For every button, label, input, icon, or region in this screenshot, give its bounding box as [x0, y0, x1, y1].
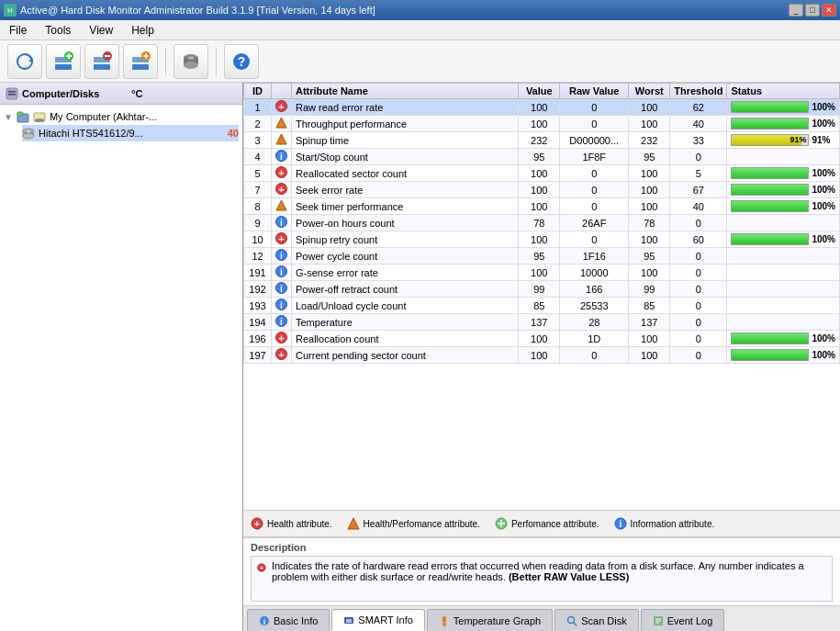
cell-icon: i — [272, 298, 292, 314]
cell-worst: 100 — [629, 165, 670, 182]
cell-value: 100 — [519, 347, 560, 364]
table-row[interactable]: 5 + Reallocated sector count 100 0 100 5… — [244, 165, 840, 182]
cell-status: 100% — [727, 331, 840, 347]
cell-threshold: 40 — [670, 116, 727, 132]
maximize-button[interactable]: □ — [805, 4, 820, 17]
svg-rect-11 — [132, 64, 149, 70]
disk-temp: 40 — [228, 128, 239, 139]
toolbar-help-button[interactable]: ? — [224, 44, 259, 79]
smart-table: ID Attribute Name Value Raw Value Worst … — [243, 83, 840, 364]
cell-id: 9 — [244, 215, 272, 231]
table-row[interactable]: 197 + Current pending sector count 100 0… — [244, 347, 840, 364]
cell-raw: 166 — [560, 281, 629, 298]
table-row[interactable]: 4 i Start/Stop count 95 1F8F 95 0 — [244, 149, 840, 165]
cell-icon — [272, 116, 292, 132]
cell-worst: 100 — [629, 265, 670, 281]
svg-text:i: i — [280, 267, 283, 277]
cell-threshold: 60 — [670, 231, 727, 248]
cell-threshold: 0 — [670, 281, 727, 298]
table-row[interactable]: 191 i G-sense error rate 100 10000 100 0 — [244, 265, 840, 281]
svg-text:i: i — [280, 251, 283, 261]
cell-status: 100% — [727, 231, 840, 248]
cell-name: Power cycle count — [292, 248, 519, 265]
disk-tree-item[interactable]: Hitachi HTS541612/9... 40 — [22, 125, 239, 141]
table-row[interactable]: 12 i Power cycle count 95 1F16 95 0 — [244, 248, 840, 265]
menu-view[interactable]: View — [84, 22, 118, 39]
table-row[interactable]: 3 Spinup time 232 D000000... 232 33 91% … — [244, 132, 840, 149]
menu-file[interactable]: File — [4, 22, 32, 39]
table-row[interactable]: 193 i Load/Unload cycle count 85 25533 8… — [244, 298, 840, 314]
svg-point-19 — [188, 56, 194, 59]
cell-id: 4 — [244, 149, 272, 165]
smart-table-area[interactable]: ID Attribute Name Value Raw Value Worst … — [243, 83, 840, 510]
toolbar: ? — [0, 40, 840, 83]
svg-marker-64 — [348, 518, 359, 529]
svg-text:+: + — [254, 519, 260, 529]
cell-name: Seek timer performance — [292, 198, 519, 215]
legend-info-label: Information attribute. — [631, 519, 715, 529]
cell-icon: + — [272, 231, 292, 248]
cell-name: Power-on hours count — [292, 215, 519, 231]
tab-smart-info[interactable]: SMART Info — [331, 609, 425, 631]
svg-point-18 — [184, 62, 198, 69]
table-row[interactable]: 8 Seek timer performance 100 0 100 40 10… — [244, 198, 840, 215]
cell-worst: 100 — [629, 99, 670, 116]
svg-text:+: + — [278, 101, 284, 112]
tab-basic-info[interactable]: i Basic Info — [247, 609, 330, 631]
cell-id: 194 — [244, 314, 272, 331]
toolbar-refresh-button[interactable] — [7, 44, 42, 79]
cell-status — [727, 215, 840, 231]
cell-id: 10 — [244, 231, 272, 248]
tab-scan-disk[interactable]: Scan Disk — [554, 609, 639, 631]
tree-sub: Hitachi HTS541612/9... 40 — [4, 125, 239, 141]
tab-temp-graph[interactable]: Temperature Graph — [427, 609, 553, 631]
cell-icon: i — [272, 281, 292, 298]
svg-rect-24 — [8, 94, 16, 96]
table-row[interactable]: 194 i Temperature 137 28 137 0 — [244, 314, 840, 331]
menu-bar: File Tools View Help — [0, 20, 840, 40]
toolbar-add-button[interactable] — [46, 44, 81, 79]
cell-id: 193 — [244, 298, 272, 314]
cell-raw: 0 — [560, 99, 629, 116]
svg-rect-23 — [8, 91, 16, 93]
tree-root-item[interactable]: ▼ My Computer (Akhtar-... — [4, 108, 239, 125]
cell-threshold: 67 — [670, 182, 727, 198]
legend-health-label: Health attribute. — [267, 519, 332, 529]
cell-threshold: 0 — [670, 347, 727, 364]
cell-value: 95 — [519, 149, 560, 165]
table-row[interactable]: 196 + Reallocation count 100 1D 100 0 10… — [244, 331, 840, 347]
cell-threshold: 0 — [670, 149, 727, 165]
svg-text:i: i — [280, 152, 283, 162]
cell-value: 100 — [519, 331, 560, 347]
legend-info: i Information attribute. — [614, 517, 715, 530]
tab-event-log[interactable]: Event Log — [641, 609, 725, 631]
table-row[interactable]: 2 Throughput performance 100 0 100 40 10… — [244, 116, 840, 132]
cell-icon: i — [272, 314, 292, 331]
cell-name: Current pending sector count — [292, 347, 519, 364]
cell-status: 100% — [727, 182, 840, 198]
cell-raw: 0 — [560, 116, 629, 132]
cell-id: 2 — [244, 116, 272, 132]
cell-icon: + — [272, 331, 292, 347]
table-row[interactable]: 9 i Power-on hours count 78 26AF 78 0 — [244, 215, 840, 231]
cell-worst: 100 — [629, 182, 670, 198]
menu-tools[interactable]: Tools — [39, 22, 76, 39]
cell-name: Spinup retry count — [292, 231, 519, 248]
menu-help[interactable]: Help — [126, 22, 160, 39]
cell-worst: 95 — [629, 149, 670, 165]
table-row[interactable]: 1 + Raw read error rate 100 0 100 62 100… — [244, 99, 840, 116]
svg-text:i: i — [263, 617, 266, 626]
svg-point-32 — [28, 130, 30, 133]
close-button[interactable]: ✕ — [822, 4, 836, 17]
toolbar-disks-button[interactable] — [174, 44, 208, 79]
cell-icon: + — [272, 347, 292, 364]
table-row[interactable]: 7 + Seek error rate 100 0 100 67 100% — [244, 182, 840, 198]
table-row[interactable]: 192 i Power-off retract count 99 166 99 … — [244, 281, 840, 298]
toolbar-settings-button[interactable] — [123, 44, 158, 79]
cell-raw: 0 — [560, 231, 629, 248]
table-row[interactable]: 10 + Spinup retry count 100 0 100 60 100… — [244, 231, 840, 248]
toolbar-remove-button[interactable] — [84, 44, 119, 79]
cell-status — [727, 281, 840, 298]
cell-icon: + — [272, 165, 292, 182]
minimize-button[interactable]: _ — [789, 4, 803, 17]
